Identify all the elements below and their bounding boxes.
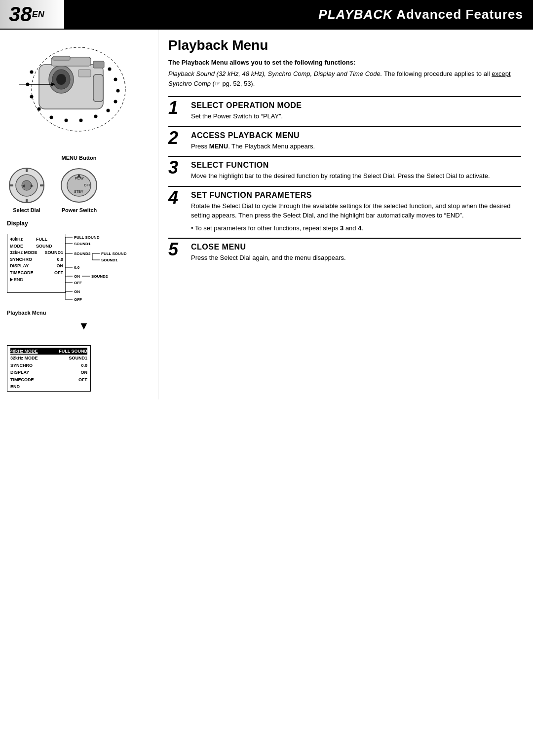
step-3: 3 SELECT FUNCTION Move the highlight bar… [168,156,521,186]
svg-text:ON: ON [74,274,80,279]
step-3-body: Move the highlight bar to the desired fu… [191,171,521,181]
menu2-end-label: END [10,384,87,389]
step-5: 5 CLOSE MENU Press the Select Dial again… [168,238,521,268]
camera-illustration [7,37,145,151]
svg-point-13 [38,108,41,111]
svg-point-16 [79,119,83,122]
svg-point-21 [114,78,117,81]
step-1-title: SELECT OPERATION MODE [191,101,521,110]
power-switch-svg: PLAY STBY OFF [58,166,100,205]
svg-point-18 [107,109,110,112]
intro-italic-text: Playback Sound (32 kHz, 48 kHz), Synchro… [168,70,382,77]
header-title-text: PLAYBACK Advanced Features [318,7,523,22]
down-arrow: ▼ [17,320,151,332]
tree-lines-svg: FULL SOUND SOUND1 SOUND2 FULL SOUND [65,229,152,308]
svg-text:OFF: OFF [74,297,82,302]
step-1: 1 SELECT OPERATION MODE Set the Power Sw… [168,96,521,126]
svg-text:ON: ON [74,289,80,294]
svg-text:SOUND1: SOUND1 [74,242,91,246]
step-2-body: Press MENU. The Playback Menu appears. [191,142,521,151]
select-dial-label: Select Dial [13,207,40,213]
step-4-title: SET FUNCTION PARAMETERS [191,191,521,200]
main-content: MENU Button ◄ ► Select Dial [0,30,533,399]
svg-point-20 [116,89,120,93]
step-5-number: 5 [168,241,187,258]
svg-text:SOUND2: SOUND2 [74,252,91,256]
step-4-content: SET FUNCTION PARAMETERS Rotate the Selec… [191,191,521,233]
svg-text:0.0: 0.0 [74,265,80,270]
step-2-number: 2 [168,129,187,147]
camera-svg [7,37,145,146]
step-1-body: Set the Power Switch to “PLAY”. [191,111,521,121]
header-title-bar: PLAYBACK Advanced Features [64,0,533,29]
step-5-content: CLOSE MENU Press the Select Dial again, … [191,243,521,263]
page-header: 38EN PLAYBACK Advanced Features [0,0,533,30]
right-column: Playback Menu The Playback Menu allows y… [158,30,533,399]
end-arrow-icon [10,278,13,282]
step-2-title: ACCESS PLAYBACK MENU [191,131,521,140]
intro-bold: The Playback Menu allows you to set the … [168,58,521,67]
intro-italic: Playback Sound (32 kHz, 48 kHz), Synchro… [168,69,521,88]
intro-synchro: Synchro Comp [168,80,211,87]
menu2-row-timecode: TIMECODEOFF [10,376,87,383]
menu-row-synchro: SYNCHRO0.0 [10,256,63,263]
left-column: MENU Button ◄ ► Select Dial [0,30,158,399]
menu-row-48khz: 48kHz MODEFULL SOUND [10,236,63,250]
menu-box-1: 48kHz MODEFULL SOUND 32kHz MODESOUND1 SY… [7,234,66,293]
svg-text:◄: ◄ [21,183,26,188]
step-2-menu-bold: MENU [209,143,228,150]
controls-row: ◄ ► Select Dial PLAY STBY OFF Power S [7,166,151,213]
select-dial-item: ◄ ► Select Dial [7,166,46,213]
svg-point-14 [50,116,53,119]
menu2-row-display: DISPLAYON [10,369,87,376]
svg-rect-30 [26,199,28,203]
step-4-bold-3: 3 [340,224,343,232]
end-label: END [14,277,23,282]
step-4-body: Rotate the Select Dial to cycle through … [191,201,521,220]
svg-rect-29 [26,168,28,172]
menu-box-2: 48kHz MODEFULL SOUND 32kHz MODESOUND1 SY… [7,345,91,392]
page-num-text: 38 [9,2,32,26]
svg-rect-9 [78,70,91,77]
svg-rect-8 [93,74,103,102]
menu2-row-48khz-highlighted: 48kHz MODEFULL SOUND [10,348,87,355]
steps-container: 1 SELECT OPERATION MODE Set the Power Sw… [168,96,521,268]
svg-text:OFF: OFF [84,183,91,187]
svg-rect-7 [53,56,70,60]
svg-point-15 [65,119,68,122]
svg-point-19 [114,100,117,104]
step-4-bullet: • To set parameters for other functions,… [191,223,521,233]
step-1-content: SELECT OPERATION MODE Set the Power Swit… [191,101,521,121]
menu2-row-synchro: SYNCHRO0.0 [10,362,87,369]
display-section: Display 48kHz MODEFULL SOUND 32kHz MODES… [7,220,151,392]
page-suffix: EN [32,9,44,20]
svg-rect-31 [9,184,13,186]
step-5-title: CLOSE MENU [191,243,521,252]
page-title: Playback Menu [168,37,521,53]
menu-button-label: MENU Button [7,155,151,161]
power-switch-label: Power Switch [62,207,97,213]
svg-rect-6 [93,61,104,68]
svg-text:FULL SOUND: FULL SOUND [101,252,127,256]
svg-text:STBY: STBY [74,190,83,193]
menu-row-timecode: TIMECODEOFF [10,270,63,277]
menu-row-32khz: 32kHz MODESOUND1 [10,250,63,256]
step-4-bold-4: 4 [358,224,361,232]
svg-point-12 [30,95,34,99]
step-4-number: 4 [168,189,187,207]
svg-text:OFF: OFF [74,281,82,285]
svg-text:►: ► [30,183,35,188]
svg-point-22 [108,68,112,71]
svg-point-4 [56,74,66,85]
step-1-number: 1 [168,99,187,117]
power-switch-item: PLAY STBY OFF Power Switch [58,166,100,213]
svg-text:SOUND1: SOUND1 [101,258,118,262]
svg-text:FULL SOUND: FULL SOUND [74,235,100,240]
svg-point-10 [30,71,34,74]
step-3-number: 3 [168,159,187,177]
step-3-title: SELECT FUNCTION [191,161,521,170]
menu-box-end: END [10,277,63,282]
menu-row-display: DISPLAYON [10,263,63,270]
page-number: 38EN [0,0,64,29]
menu2-row-32khz: 32kHz MODESOUND1 [10,355,87,361]
